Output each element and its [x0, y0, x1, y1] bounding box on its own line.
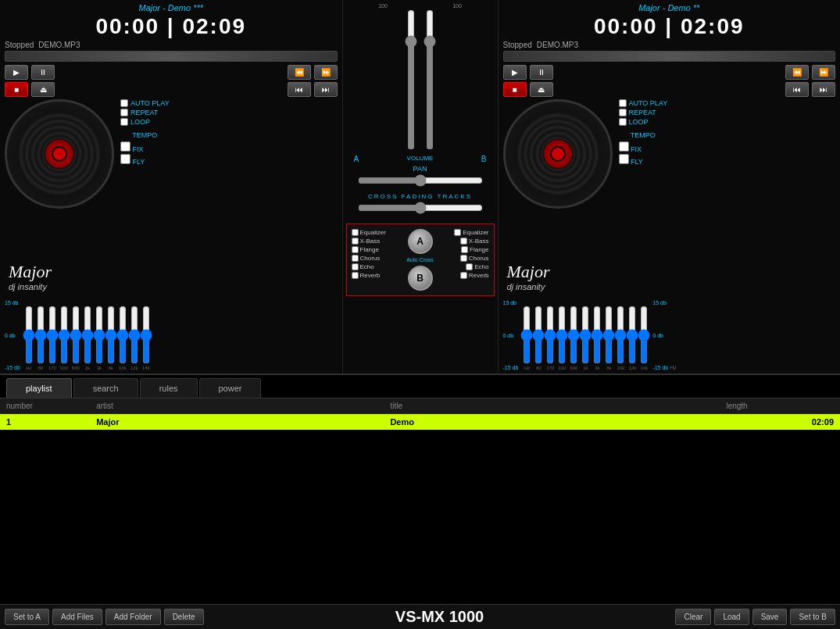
tab-power[interactable]: power [199, 378, 262, 398]
deck-a-eq-1k[interactable] [82, 306, 93, 364]
fx-right-echo-check[interactable] [466, 263, 473, 270]
fx-right-flange-check[interactable] [461, 246, 468, 253]
vol-slider-a[interactable] [403, 9, 419, 150]
deck-a-loop-label[interactable]: LOOP [120, 118, 170, 126]
deck-a-eject-btn[interactable]: ⏏ [31, 82, 55, 97]
deck-b-fly-label[interactable]: FLY [619, 154, 668, 166]
fx-left-equalizer[interactable]: Equalizer [352, 229, 404, 236]
set-to-b-btn[interactable]: Set to B [790, 609, 835, 625]
fx-left-flange[interactable]: Flange [352, 246, 404, 253]
deck-a-next-btn[interactable]: ⏭ [314, 82, 338, 97]
deck-b-fix-label[interactable]: FIX [619, 141, 668, 153]
deck-a-loop-check[interactable] [120, 118, 128, 126]
deck-a-stop-btn[interactable]: ■ [5, 82, 28, 97]
pan-slider[interactable] [358, 174, 483, 187]
deck-a-repeat-check[interactable] [120, 109, 128, 116]
deck-a-fix-check[interactable] [120, 141, 130, 152]
fx-right-chorus[interactable]: Chorus [437, 255, 489, 262]
fx-left-flange-check[interactable] [352, 246, 359, 253]
tab-rules[interactable]: rules [140, 378, 198, 398]
table-row[interactable]: 1 Major Demo 02:09 [0, 414, 840, 431]
deck-a-repeat-label[interactable]: REPEAT [120, 109, 170, 116]
deck-a-play-btn[interactable]: ▶ [5, 65, 28, 80]
deck-b-repeat-label[interactable]: REPEAT [619, 109, 668, 116]
deck-b-pause-btn[interactable]: ⏸ [530, 65, 553, 80]
deck-b-eq-1k[interactable] [580, 306, 591, 364]
deck-b-eq-14k[interactable] [638, 306, 649, 364]
fx-left-chorus-check[interactable] [352, 255, 359, 262]
deck-b-autoplay-label[interactable]: AUTO PLAY [619, 99, 668, 107]
crossfade-slider[interactable] [358, 202, 483, 214]
deck-a-autoplay-check[interactable] [120, 99, 128, 107]
fx-right-xbass[interactable]: X-Bass [437, 238, 489, 245]
fx-right-eq-check[interactable] [454, 229, 461, 236]
deck-a-eq-310[interactable] [59, 306, 70, 364]
deck-b-rew-btn[interactable]: ⏪ [785, 65, 809, 80]
deck-b-eq-3k[interactable] [592, 306, 602, 364]
deck-b-eq-6k[interactable] [603, 306, 614, 364]
deck-b-eject-btn[interactable]: ⏏ [530, 82, 553, 97]
fx-right-xbass-check[interactable] [460, 238, 467, 245]
deck-a-fix-label[interactable]: FIX [120, 141, 170, 153]
delete-btn[interactable]: Delete [164, 609, 204, 625]
deck-b-eq-600[interactable] [568, 306, 579, 364]
deck-b-prev-btn[interactable]: ⏮ [785, 82, 809, 97]
deck-a-eq-12k[interactable] [129, 306, 140, 364]
fx-left-xbass[interactable]: X-Bass [352, 238, 404, 245]
deck-a-eq-6k[interactable] [105, 306, 116, 364]
deck-a-eq-10k[interactable] [117, 306, 128, 364]
fx-btn-b[interactable]: B [408, 266, 433, 291]
fx-left-reverb-check[interactable] [352, 272, 359, 279]
set-to-a-btn[interactable]: Set to A [5, 609, 49, 625]
fx-right-reverb[interactable]: Reverb [437, 272, 489, 279]
deck-a-eq-3k[interactable] [94, 306, 105, 364]
fx-left-xbass-check[interactable] [352, 238, 359, 245]
deck-b-repeat-check[interactable] [619, 109, 627, 116]
load-btn[interactable]: Load [714, 609, 749, 625]
deck-b-eq-80[interactable] [533, 306, 544, 364]
deck-b-fly-check[interactable] [619, 154, 629, 164]
fx-right-reverb-check[interactable] [460, 272, 467, 279]
fx-left-echo[interactable]: Echo [352, 263, 404, 270]
clear-btn[interactable]: Clear [675, 609, 711, 625]
deck-a-eq-hz[interactable] [23, 306, 34, 364]
fx-left-chorus[interactable]: Chorus [352, 255, 404, 262]
tab-search[interactable]: search [73, 378, 138, 398]
tab-playlist[interactable]: playlist [6, 378, 72, 398]
deck-a-autoplay-label[interactable]: AUTO PLAY [120, 99, 170, 107]
deck-b-loop-check[interactable] [619, 118, 627, 126]
deck-a-eq-600[interactable] [70, 306, 81, 364]
deck-a-ffw-btn[interactable]: ⏩ [314, 65, 338, 80]
fx-right-equalizer[interactable]: Equalizer [437, 229, 489, 236]
deck-b-fix-check[interactable] [619, 141, 629, 152]
deck-b-eq-170[interactable] [545, 306, 556, 364]
fx-btn-a[interactable]: A [408, 229, 433, 254]
deck-a-prev-btn[interactable]: ⏮ [288, 82, 311, 97]
fx-right-flange[interactable]: Flange [437, 246, 489, 253]
deck-a-fly-label[interactable]: FLY [120, 154, 170, 166]
deck-b-eq-310[interactable] [556, 306, 567, 364]
fx-left-reverb[interactable]: Reverb [352, 272, 404, 279]
deck-a-fly-check[interactable] [120, 154, 130, 164]
deck-b-eq-hz[interactable] [521, 306, 532, 364]
deck-a-eq-14k[interactable] [141, 306, 152, 364]
deck-b-eq-12k[interactable] [627, 306, 638, 364]
fx-left-eq-check[interactable] [352, 229, 359, 236]
deck-b-eq-10k[interactable] [615, 306, 626, 364]
deck-a-rew-btn[interactable]: ⏪ [288, 65, 311, 80]
save-btn[interactable]: Save [752, 609, 788, 625]
deck-b-stop-btn[interactable]: ■ [503, 82, 527, 97]
deck-b-autoplay-check[interactable] [619, 99, 627, 107]
deck-b-next-btn[interactable]: ⏭ [812, 82, 835, 97]
deck-b-ffw-btn[interactable]: ⏩ [812, 65, 835, 80]
deck-a-eq-170[interactable] [47, 306, 58, 364]
add-files-btn[interactable]: Add Files [52, 609, 102, 625]
deck-a-eq-80[interactable] [35, 306, 46, 364]
add-folder-btn[interactable]: Add Folder [105, 609, 161, 625]
fx-left-echo-check[interactable] [352, 263, 359, 270]
deck-a-pause-btn[interactable]: ⏸ [31, 65, 55, 80]
vol-slider-b[interactable] [422, 9, 438, 150]
fx-right-chorus-check[interactable] [460, 255, 467, 262]
fx-right-echo[interactable]: Echo [437, 263, 489, 270]
deck-b-loop-label[interactable]: LOOP [619, 118, 668, 126]
